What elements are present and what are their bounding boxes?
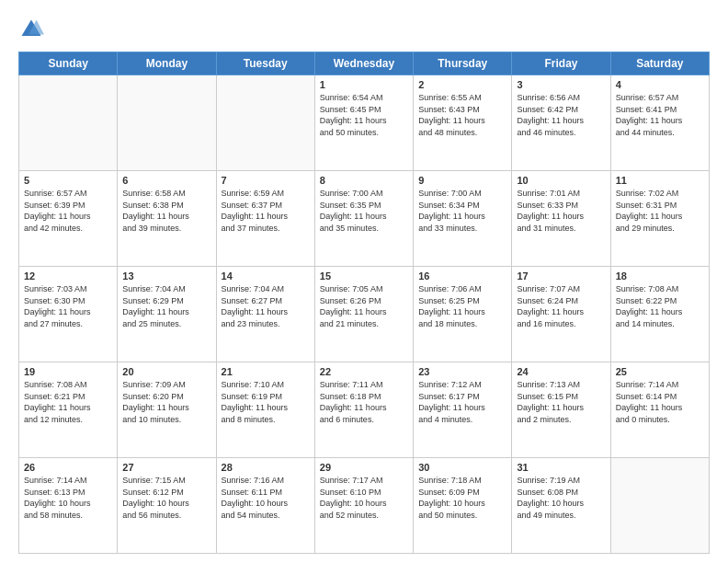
day-number: 12 bbox=[24, 270, 112, 282]
calendar-cell: 9Sunrise: 7:00 AM Sunset: 6:34 PM Daylig… bbox=[414, 171, 512, 267]
day-number: 16 bbox=[418, 270, 506, 282]
day-info: Sunrise: 7:12 AM Sunset: 6:17 PM Dayligh… bbox=[418, 379, 506, 425]
day-info: Sunrise: 7:14 AM Sunset: 6:13 PM Dayligh… bbox=[24, 475, 112, 521]
calendar-cell: 15Sunrise: 7:05 AM Sunset: 6:26 PM Dayli… bbox=[314, 267, 413, 362]
day-number: 30 bbox=[418, 462, 506, 473]
week-row-4: 19Sunrise: 7:08 AM Sunset: 6:21 PM Dayli… bbox=[19, 362, 710, 458]
week-row-5: 26Sunrise: 7:14 AM Sunset: 6:13 PM Dayli… bbox=[19, 458, 710, 554]
day-number: 1 bbox=[320, 79, 408, 90]
day-info: Sunrise: 7:08 AM Sunset: 6:21 PM Dayligh… bbox=[24, 379, 112, 425]
logo-icon bbox=[18, 17, 44, 42]
day-number: 6 bbox=[122, 175, 210, 186]
weekday-monday: Monday bbox=[118, 52, 216, 75]
day-info: Sunrise: 7:11 AM Sunset: 6:18 PM Dayligh… bbox=[320, 379, 408, 425]
calendar-cell: 26Sunrise: 7:14 AM Sunset: 6:13 PM Dayli… bbox=[19, 458, 118, 554]
day-info: Sunrise: 6:55 AM Sunset: 6:43 PM Dayligh… bbox=[418, 92, 506, 138]
day-info: Sunrise: 7:14 AM Sunset: 6:14 PM Dayligh… bbox=[616, 379, 704, 425]
day-info: Sunrise: 6:58 AM Sunset: 6:38 PM Dayligh… bbox=[122, 188, 210, 234]
day-number: 19 bbox=[24, 366, 112, 377]
weekday-wednesday: Wednesday bbox=[314, 52, 413, 75]
week-row-1: 1Sunrise: 6:54 AM Sunset: 6:45 PM Daylig… bbox=[19, 75, 710, 171]
calendar-cell: 4Sunrise: 6:57 AM Sunset: 6:41 PM Daylig… bbox=[610, 75, 709, 171]
day-number: 23 bbox=[418, 366, 506, 377]
day-number: 4 bbox=[616, 79, 704, 90]
calendar-cell: 17Sunrise: 7:07 AM Sunset: 6:24 PM Dayli… bbox=[512, 267, 610, 362]
day-number: 22 bbox=[320, 366, 408, 377]
day-info: Sunrise: 7:00 AM Sunset: 6:35 PM Dayligh… bbox=[320, 188, 408, 234]
day-number: 14 bbox=[222, 270, 310, 282]
day-info: Sunrise: 7:13 AM Sunset: 6:15 PM Dayligh… bbox=[517, 379, 605, 425]
calendar-cell: 7Sunrise: 6:59 AM Sunset: 6:37 PM Daylig… bbox=[216, 171, 314, 267]
day-number: 21 bbox=[222, 366, 310, 377]
day-info: Sunrise: 6:56 AM Sunset: 6:42 PM Dayligh… bbox=[517, 92, 605, 138]
calendar-cell: 2Sunrise: 6:55 AM Sunset: 6:43 PM Daylig… bbox=[414, 75, 512, 171]
day-number: 15 bbox=[320, 270, 408, 282]
calendar-cell: 16Sunrise: 7:06 AM Sunset: 6:25 PM Dayli… bbox=[414, 267, 512, 362]
day-number: 24 bbox=[517, 366, 605, 377]
day-number: 27 bbox=[122, 462, 210, 473]
day-info: Sunrise: 7:04 AM Sunset: 6:29 PM Dayligh… bbox=[122, 283, 210, 329]
page: SundayMondayTuesdayWednesdayThursdayFrid… bbox=[0, 0, 728, 563]
weekday-friday: Friday bbox=[512, 52, 610, 75]
day-info: Sunrise: 7:05 AM Sunset: 6:26 PM Dayligh… bbox=[320, 283, 408, 329]
calendar-cell: 20Sunrise: 7:09 AM Sunset: 6:20 PM Dayli… bbox=[118, 362, 216, 458]
day-info: Sunrise: 7:02 AM Sunset: 6:31 PM Dayligh… bbox=[616, 188, 704, 234]
calendar-cell: 28Sunrise: 7:16 AM Sunset: 6:11 PM Dayli… bbox=[216, 458, 314, 554]
calendar-cell: 21Sunrise: 7:10 AM Sunset: 6:19 PM Dayli… bbox=[216, 362, 314, 458]
day-info: Sunrise: 7:18 AM Sunset: 6:09 PM Dayligh… bbox=[418, 475, 506, 521]
day-number: 25 bbox=[616, 366, 704, 377]
day-number: 17 bbox=[517, 270, 605, 282]
day-number: 26 bbox=[24, 462, 112, 473]
day-number: 3 bbox=[517, 79, 605, 90]
calendar-table: SundayMondayTuesdayWednesdayThursdayFrid… bbox=[18, 52, 710, 554]
calendar-cell: 22Sunrise: 7:11 AM Sunset: 6:18 PM Dayli… bbox=[314, 362, 413, 458]
day-info: Sunrise: 7:06 AM Sunset: 6:25 PM Dayligh… bbox=[418, 283, 506, 329]
calendar-cell: 12Sunrise: 7:03 AM Sunset: 6:30 PM Dayli… bbox=[19, 267, 118, 362]
calendar-cell: 10Sunrise: 7:01 AM Sunset: 6:33 PM Dayli… bbox=[512, 171, 610, 267]
day-info: Sunrise: 7:04 AM Sunset: 6:27 PM Dayligh… bbox=[222, 283, 310, 329]
calendar-cell: 27Sunrise: 7:15 AM Sunset: 6:12 PM Dayli… bbox=[118, 458, 216, 554]
day-number: 13 bbox=[122, 270, 210, 282]
day-number: 31 bbox=[517, 462, 605, 473]
calendar-cell bbox=[216, 75, 314, 171]
day-number: 11 bbox=[616, 175, 704, 186]
day-info: Sunrise: 7:08 AM Sunset: 6:22 PM Dayligh… bbox=[616, 283, 704, 329]
calendar-cell: 14Sunrise: 7:04 AM Sunset: 6:27 PM Dayli… bbox=[216, 267, 314, 362]
day-info: Sunrise: 6:57 AM Sunset: 6:39 PM Dayligh… bbox=[24, 188, 112, 234]
calendar-cell: 5Sunrise: 6:57 AM Sunset: 6:39 PM Daylig… bbox=[19, 171, 118, 267]
calendar-cell: 23Sunrise: 7:12 AM Sunset: 6:17 PM Dayli… bbox=[414, 362, 512, 458]
day-info: Sunrise: 6:54 AM Sunset: 6:45 PM Dayligh… bbox=[320, 92, 408, 138]
weekday-tuesday: Tuesday bbox=[216, 52, 314, 75]
day-info: Sunrise: 7:00 AM Sunset: 6:34 PM Dayligh… bbox=[418, 188, 506, 234]
day-info: Sunrise: 7:15 AM Sunset: 6:12 PM Dayligh… bbox=[122, 475, 210, 521]
day-info: Sunrise: 7:07 AM Sunset: 6:24 PM Dayligh… bbox=[517, 283, 605, 329]
day-number: 10 bbox=[517, 175, 605, 186]
calendar-cell: 18Sunrise: 7:08 AM Sunset: 6:22 PM Dayli… bbox=[610, 267, 709, 362]
calendar-cell: 29Sunrise: 7:17 AM Sunset: 6:10 PM Dayli… bbox=[314, 458, 413, 554]
calendar-cell bbox=[19, 75, 118, 171]
calendar-cell: 31Sunrise: 7:19 AM Sunset: 6:08 PM Dayli… bbox=[512, 458, 610, 554]
day-info: Sunrise: 7:19 AM Sunset: 6:08 PM Dayligh… bbox=[517, 475, 605, 521]
header bbox=[18, 17, 710, 42]
day-number: 8 bbox=[320, 175, 408, 186]
day-number: 29 bbox=[320, 462, 408, 473]
calendar-cell bbox=[118, 75, 216, 171]
calendar-cell: 30Sunrise: 7:18 AM Sunset: 6:09 PM Dayli… bbox=[414, 458, 512, 554]
day-info: Sunrise: 7:01 AM Sunset: 6:33 PM Dayligh… bbox=[517, 188, 605, 234]
day-number: 20 bbox=[122, 366, 210, 377]
day-number: 9 bbox=[418, 175, 506, 186]
day-info: Sunrise: 7:17 AM Sunset: 6:10 PM Dayligh… bbox=[320, 475, 408, 521]
weekday-thursday: Thursday bbox=[414, 52, 512, 75]
weekday-header-row: SundayMondayTuesdayWednesdayThursdayFrid… bbox=[19, 52, 710, 75]
day-number: 28 bbox=[222, 462, 310, 473]
day-info: Sunrise: 7:09 AM Sunset: 6:20 PM Dayligh… bbox=[122, 379, 210, 425]
week-row-3: 12Sunrise: 7:03 AM Sunset: 6:30 PM Dayli… bbox=[19, 267, 710, 362]
day-info: Sunrise: 6:57 AM Sunset: 6:41 PM Dayligh… bbox=[616, 92, 704, 138]
calendar-cell: 25Sunrise: 7:14 AM Sunset: 6:14 PM Dayli… bbox=[610, 362, 709, 458]
logo bbox=[18, 17, 48, 42]
calendar-cell: 8Sunrise: 7:00 AM Sunset: 6:35 PM Daylig… bbox=[314, 171, 413, 267]
calendar-cell: 13Sunrise: 7:04 AM Sunset: 6:29 PM Dayli… bbox=[118, 267, 216, 362]
weekday-sunday: Sunday bbox=[19, 52, 118, 75]
day-number: 2 bbox=[418, 79, 506, 90]
day-info: Sunrise: 7:16 AM Sunset: 6:11 PM Dayligh… bbox=[222, 475, 310, 521]
